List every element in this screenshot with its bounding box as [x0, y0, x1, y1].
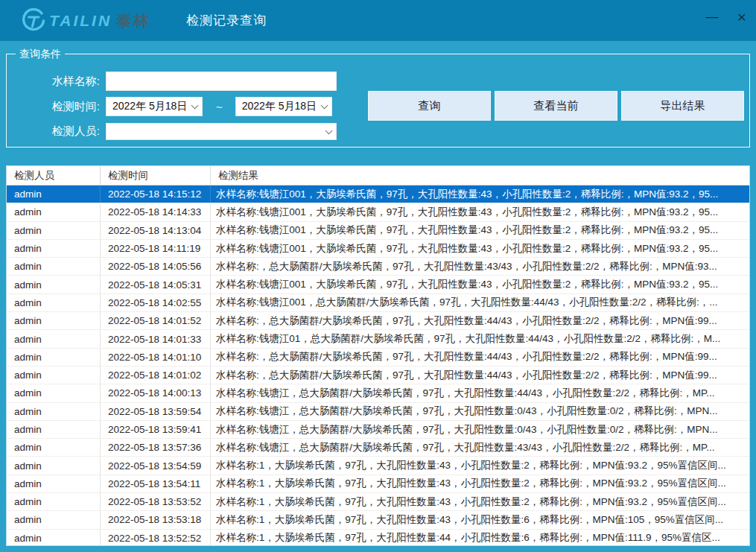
cell-user: admin: [7, 493, 101, 510]
export-results-button[interactable]: 导出结果: [621, 91, 744, 121]
query-panel-title: 查询条件: [16, 48, 65, 61]
table-row[interactable]: admin 2022-05-18 14:01:33 水样名称:钱塘江01，总大肠…: [7, 330, 749, 348]
cell-user: admin: [7, 240, 101, 257]
cell-time: 2022-05-18 13:59:54: [101, 403, 211, 420]
query-button[interactable]: 查询: [368, 91, 491, 121]
cell-result: 水样名称:，总大肠菌群/大肠埃希氏菌，97孔，大孔阳性数量:44/43，小孔阳性…: [211, 312, 749, 329]
cell-result: 水样名称:1，大肠埃希氏菌，97孔，大孔阳性数量:43，小孔阳性数量:2，稀释比…: [211, 493, 749, 510]
cell-result: 水样名称:1，大肠埃希氏菌，97孔，大孔阳性数量:43，小孔阳性数量:2，稀释比…: [211, 457, 749, 474]
page-title: 检测记录查询: [186, 12, 267, 29]
cell-result: 水样名称:钱塘江001，大肠埃希氏菌，97孔，大孔阳性数量:43，小孔阳性数量:…: [211, 276, 749, 293]
cell-time: 2022-05-18 14:01:10: [101, 349, 211, 366]
cell-user: admin: [7, 457, 101, 474]
cell-time: 2022-05-18 14:05:56: [101, 258, 211, 275]
minimize-button[interactable]: —: [702, 7, 722, 27]
cell-user: admin: [7, 475, 101, 492]
operator-label: 检测人员:: [40, 124, 100, 139]
cell-time: 2022-05-18 14:01:02: [101, 367, 211, 384]
table-row[interactable]: admin 2022-05-18 14:11:19 水样名称:钱塘江001，大肠…: [7, 240, 749, 258]
titlebar: TAILIN 泰林 检测记录查询 — ×: [0, 0, 756, 41]
table-row[interactable]: admin 2022-05-18 13:53:18 水样名称:1，大肠埃希氏菌，…: [7, 511, 749, 529]
column-header-time[interactable]: 检测时间: [101, 166, 211, 185]
app-window: TAILIN 泰林 检测记录查询 — × 查询条件 水样名称: 检测时间: 20…: [0, 0, 756, 552]
cell-time: 2022-05-18 13:59:41: [101, 421, 211, 438]
table-row[interactable]: admin 2022-05-18 14:05:56 水样名称:，总大肠菌群/大肠…: [7, 258, 749, 276]
chevron-down-icon: [325, 127, 333, 134]
table-row[interactable]: admin 2022-05-18 14:01:52 水样名称:，总大肠菌群/大肠…: [7, 312, 749, 330]
table-row[interactable]: admin 2022-05-18 13:52:52 水样名称:1，大肠埃希氏菌，…: [7, 530, 749, 546]
cell-user: admin: [7, 330, 101, 347]
cell-time: 2022-05-18 14:14:33: [101, 203, 211, 221]
cell-result: 水样名称:，总大肠菌群/大肠埃希氏菌，97孔，大孔阳性数量:43/43，小孔阳性…: [211, 258, 749, 275]
table-row[interactable]: admin 2022-05-18 14:02:55 水样名称:钱塘江001，总大…: [7, 294, 749, 312]
results-table: 检测人员 检测时间 检测结果 admin 2022-05-18 14:15:12…: [6, 165, 750, 546]
cell-result: 水样名称:钱塘江001，总大肠菌群/大肠埃希氏菌，97孔，大孔阳性数量:44/4…: [211, 294, 749, 311]
cell-time: 2022-05-18 14:01:52: [101, 312, 211, 329]
cell-user: admin: [7, 276, 101, 293]
cell-result: 水样名称:钱塘江001，大肠埃希氏菌，97孔，大孔阳性数量:43，小孔阳性数量:…: [211, 185, 749, 203]
table-row[interactable]: admin 2022-05-18 13:59:54 水样名称:钱塘江，总大肠菌群…: [7, 403, 749, 421]
table-row[interactable]: admin 2022-05-18 13:59:41 水样名称:钱塘江，总大肠菌群…: [7, 421, 749, 439]
action-buttons: 查询 查看当前 导出结果: [368, 91, 744, 121]
cell-user: admin: [7, 222, 101, 239]
cell-result: 水样名称:，总大肠菌群/大肠埃希氏菌，97孔，大孔阳性数量:44/43，小孔阳性…: [211, 367, 749, 384]
date-from-value: 2022年 5月18日: [112, 100, 187, 113]
table-row[interactable]: admin 2022-05-18 14:00:13 水样名称:钱塘江，总大肠菌群…: [7, 384, 749, 402]
cell-time: 2022-05-18 14:13:04: [101, 222, 211, 239]
brand-text: TAILIN: [49, 12, 112, 30]
table-row[interactable]: admin 2022-05-18 14:13:04 水样名称:钱塘江001，大肠…: [7, 222, 749, 240]
cell-result: 水样名称:1，大肠埃希氏菌，97孔，大孔阳性数量:44，小孔阳性数量:6，稀释比…: [211, 530, 749, 546]
table-row[interactable]: admin 2022-05-18 13:53:52 水样名称:1，大肠埃希氏菌，…: [7, 493, 749, 511]
close-button[interactable]: ×: [732, 7, 752, 27]
cell-result: 水样名称:钱塘江，总大肠菌群/大肠埃希氏菌，97孔，大孔阳性数量:44/43，小…: [211, 384, 749, 402]
window-controls: — ×: [702, 7, 752, 27]
table-row[interactable]: admin 2022-05-18 14:01:10 水样名称:，总大肠菌群/大肠…: [7, 349, 749, 367]
cell-user: admin: [7, 258, 101, 275]
cell-result: 水样名称:1，大肠埃希氏菌，97孔，大孔阳性数量:43，小孔阳性数量:2，稀释比…: [211, 475, 749, 492]
operator-row: 检测人员:: [40, 123, 337, 140]
cell-user: admin: [7, 312, 101, 329]
date-range-separator: ~: [216, 101, 223, 113]
cell-user: admin: [7, 294, 101, 311]
cell-time: 2022-05-18 13:52:52: [101, 530, 211, 546]
sample-name-row: 水样名称:: [40, 72, 337, 91]
cell-time: 2022-05-18 13:54:11: [101, 475, 211, 492]
cell-result: 水样名称:1，大肠埃希氏菌，97孔，大孔阳性数量:43，小孔阳性数量:6，稀释比…: [211, 511, 749, 528]
table-row[interactable]: admin 2022-05-18 14:01:02 水样名称:，总大肠菌群/大肠…: [7, 367, 749, 384]
cell-result: 水样名称:钱塘江001，大肠埃希氏菌，97孔，大孔阳性数量:43，小孔阳性数量:…: [211, 222, 749, 239]
brand-text-cn: 泰林: [116, 10, 150, 31]
operator-select[interactable]: [106, 123, 337, 140]
table-row[interactable]: admin 2022-05-18 13:54:11 水样名称:1，大肠埃希氏菌，…: [7, 475, 749, 493]
chevron-down-icon: [320, 102, 328, 110]
tailin-logo-icon: [21, 8, 46, 34]
cell-time: 2022-05-18 13:54:59: [101, 457, 211, 474]
cell-time: 2022-05-18 14:05:31: [101, 276, 211, 293]
table-row[interactable]: admin 2022-05-18 14:15:12 水样名称:钱塘江001，大肠…: [7, 185, 749, 203]
date-to-select[interactable]: 2022年 5月18日: [235, 97, 332, 116]
cell-result: 水样名称:钱塘江001，大肠埃希氏菌，97孔，大孔阳性数量:43，小孔阳性数量:…: [211, 203, 749, 221]
cell-user: admin: [7, 403, 101, 420]
view-current-button[interactable]: 查看当前: [495, 91, 617, 121]
table-row[interactable]: admin 2022-05-18 13:57:36 水样名称:钱塘江，总大肠菌群…: [7, 439, 749, 457]
column-header-user[interactable]: 检测人员: [7, 166, 101, 185]
cell-time: 2022-05-18 13:57:36: [101, 439, 211, 456]
table-row[interactable]: admin 2022-05-18 13:54:59 水样名称:1，大肠埃希氏菌，…: [7, 457, 749, 475]
cell-result: 水样名称:，总大肠菌群/大肠埃希氏菌，97孔，大孔阳性数量:44/43，小孔阳性…: [211, 349, 749, 366]
chevron-down-icon: [191, 102, 199, 110]
cell-user: admin: [7, 530, 101, 546]
sample-name-input[interactable]: [106, 72, 337, 91]
time-range-row: 检测时间: 2022年 5月18日 ~ 2022年 5月18日: [40, 97, 332, 116]
column-header-result[interactable]: 检测结果: [211, 166, 749, 185]
cell-result: 水样名称:钱塘江001，大肠埃希氏菌，97孔，大孔阳性数量:43，小孔阳性数量:…: [211, 240, 749, 257]
date-to-value: 2022年 5月18日: [242, 100, 317, 113]
date-from-select[interactable]: 2022年 5月18日: [106, 97, 203, 116]
query-panel: 查询条件 水样名称: 检测时间: 2022年 5月18日 ~ 2022年 5月1…: [6, 54, 750, 147]
table-header: 检测人员 检测时间 检测结果: [7, 166, 749, 185]
cell-time: 2022-05-18 13:53:52: [101, 493, 211, 510]
table-row[interactable]: admin 2022-05-18 14:14:33 水样名称:钱塘江001，大肠…: [7, 203, 749, 221]
cell-time: 2022-05-18 14:15:12: [101, 185, 211, 203]
cell-result: 水样名称:钱塘江，总大肠菌群/大肠埃希氏菌，97孔，大孔阳性数量:0/43，小孔…: [211, 403, 749, 420]
cell-result: 水样名称:钱塘江01，总大肠菌群/大肠埃希氏菌，97孔，大孔阳性数量:44/43…: [211, 330, 749, 347]
cell-result: 水样名称:钱塘江，总大肠菌群/大肠埃希氏菌，97孔，大孔阳性数量:0/43，小孔…: [211, 421, 749, 438]
table-row[interactable]: admin 2022-05-18 14:05:31 水样名称:钱塘江001，大肠…: [7, 276, 749, 294]
